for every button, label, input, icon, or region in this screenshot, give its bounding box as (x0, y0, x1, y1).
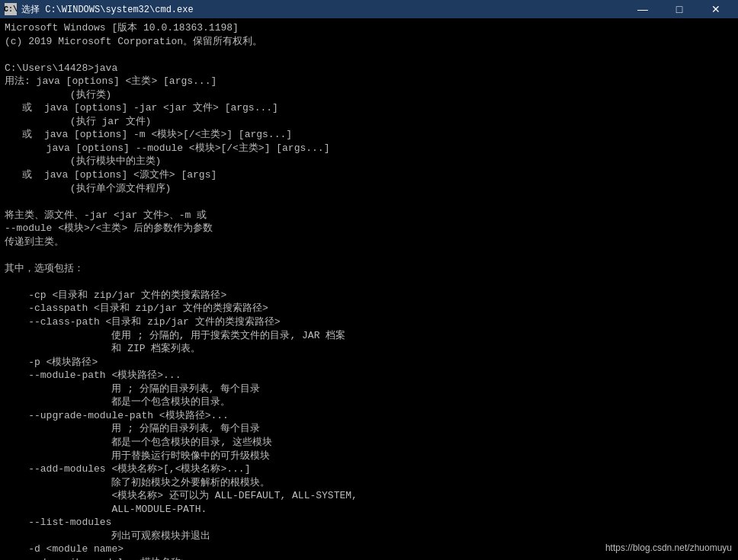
console-area: Microsoft Windows [版本 10.0.18363.1198] (… (0, 18, 738, 560)
title-bar-left: C:\ 选择 C:\WINDOWS\system32\cmd.exe (5, 3, 194, 16)
watermark: https://blog.csdn.net/zhuomuyu (605, 542, 732, 554)
maximize-button[interactable]: □ (662, 0, 697, 18)
title-bar: C:\ 选择 C:\WINDOWS\system32\cmd.exe — □ ✕ (0, 0, 738, 18)
console-output: Microsoft Windows [版本 10.0.18363.1198] (… (5, 21, 733, 560)
cmd-icon: C:\ (5, 3, 17, 15)
cmd-window: C:\ 选择 C:\WINDOWS\system32\cmd.exe — □ ✕… (0, 0, 738, 560)
close-button[interactable]: ✕ (698, 0, 733, 18)
window-title: 选择 C:\WINDOWS\system32\cmd.exe (21, 3, 194, 16)
window-controls: — □ ✕ (625, 0, 733, 18)
minimize-button[interactable]: — (625, 0, 660, 18)
